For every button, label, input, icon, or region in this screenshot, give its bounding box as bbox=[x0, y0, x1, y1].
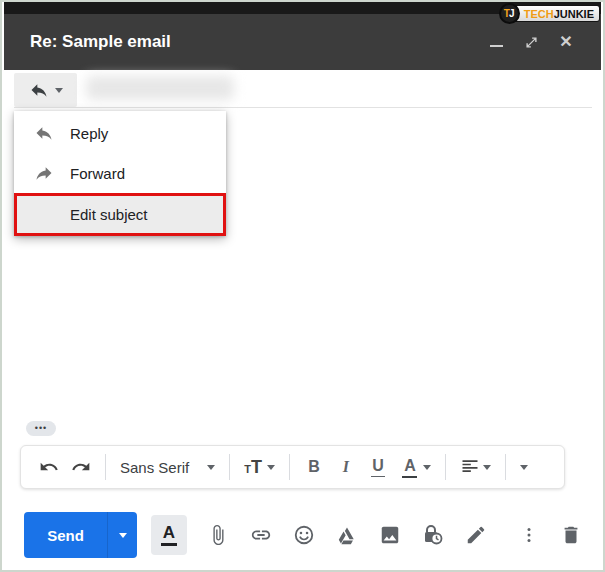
toolbar-divider bbox=[505, 454, 506, 480]
close-button[interactable]: ✕ bbox=[557, 33, 575, 51]
recipient-redacted bbox=[86, 76, 234, 100]
menu-item-forward[interactable]: Forward bbox=[14, 153, 226, 193]
insert-photo-button[interactable] bbox=[378, 523, 402, 547]
chevron-down-icon bbox=[423, 465, 431, 470]
logo-word-junkie: JUNKIE bbox=[554, 8, 594, 20]
reply-icon bbox=[29, 80, 49, 100]
logo-letter-j: J bbox=[509, 8, 515, 19]
underline-button[interactable]: U bbox=[362, 453, 394, 482]
more-formatting-button[interactable] bbox=[514, 461, 534, 474]
underline-icon: U bbox=[368, 457, 388, 478]
formatting-icon: A bbox=[163, 524, 175, 541]
insert-emoji-button[interactable] bbox=[292, 523, 316, 547]
redo-button[interactable] bbox=[65, 453, 97, 481]
send-button[interactable]: Send bbox=[24, 512, 107, 558]
send-options-button[interactable] bbox=[108, 512, 137, 558]
menu-item-label: Edit subject bbox=[70, 206, 148, 223]
menu-item-edit-subject[interactable]: Edit subject bbox=[14, 193, 226, 236]
text-color-button[interactable]: A bbox=[394, 453, 437, 482]
formatting-options-toggle[interactable]: A bbox=[151, 515, 187, 555]
font-family-label: Sans Serif bbox=[120, 459, 189, 476]
confidential-mode-button[interactable] bbox=[421, 523, 445, 547]
reply-options-menu: Reply Forward Edit subject bbox=[14, 111, 226, 236]
emoji-icon bbox=[293, 524, 315, 546]
align-button[interactable] bbox=[454, 453, 497, 481]
attach-file-button[interactable] bbox=[206, 523, 230, 547]
maximize-button[interactable] bbox=[522, 33, 540, 51]
window-controls: ✕ bbox=[487, 33, 575, 51]
font-size-picker[interactable]: TT bbox=[238, 453, 281, 482]
forward-icon bbox=[33, 162, 55, 184]
text-size-icon: TT bbox=[244, 457, 262, 478]
send-button-group: Send bbox=[24, 512, 137, 558]
bold-icon: B bbox=[304, 458, 324, 476]
lock-clock-icon bbox=[421, 523, 445, 547]
compose-actionbar: Send A bbox=[24, 510, 583, 560]
google-drive-icon bbox=[336, 524, 358, 546]
techjunkie-logo-icon: T J bbox=[499, 3, 520, 24]
menu-item-label: Reply bbox=[70, 125, 108, 142]
chevron-down-icon bbox=[55, 88, 63, 93]
chevron-down-icon bbox=[483, 465, 491, 470]
undo-icon bbox=[39, 457, 59, 477]
insert-link-button[interactable] bbox=[249, 523, 273, 547]
chevron-down-icon bbox=[520, 465, 528, 470]
toolbar-divider bbox=[229, 454, 230, 480]
bold-button[interactable]: B bbox=[298, 454, 330, 480]
more-vert-icon bbox=[519, 525, 539, 545]
text-color-icon: A bbox=[400, 457, 420, 478]
chevron-down-icon bbox=[207, 465, 215, 470]
expand-icon bbox=[524, 35, 539, 50]
toolbar-divider bbox=[105, 454, 106, 480]
insert-drive-file-button[interactable] bbox=[335, 523, 359, 547]
discard-draft-button[interactable] bbox=[559, 523, 583, 547]
insert-signature-button[interactable] bbox=[464, 523, 488, 547]
message-body[interactable] bbox=[14, 242, 589, 412]
formatting-icon-underline bbox=[161, 543, 177, 546]
font-family-picker[interactable]: Sans Serif bbox=[114, 455, 221, 480]
undo-button[interactable] bbox=[33, 453, 65, 481]
menu-item-icon-spacer bbox=[33, 204, 55, 226]
toolbar-divider bbox=[445, 454, 446, 480]
formatting-toolbar: Sans Serif TT B I U A bbox=[20, 445, 565, 489]
image-icon bbox=[379, 524, 401, 546]
trash-icon bbox=[560, 524, 582, 546]
more-options-button[interactable] bbox=[517, 523, 541, 547]
italic-icon: I bbox=[336, 458, 356, 476]
reply-type-button[interactable] bbox=[14, 73, 77, 107]
menu-item-reply[interactable]: Reply bbox=[14, 113, 226, 153]
window-title: Re: Sample email bbox=[30, 32, 171, 52]
redo-icon bbox=[71, 457, 91, 477]
chevron-down-icon bbox=[119, 533, 127, 538]
techjunkie-wordmark: TECH JUNKIE bbox=[513, 5, 600, 22]
menu-item-label: Forward bbox=[70, 165, 125, 182]
logo-word-tech: TECH bbox=[524, 8, 554, 20]
toolbar-divider bbox=[289, 454, 290, 480]
screenshot-frame: T J TECH JUNKIE Re: Sample email ✕ bbox=[0, 0, 605, 572]
paperclip-icon bbox=[207, 524, 229, 546]
pen-icon bbox=[465, 524, 487, 546]
minimize-button[interactable] bbox=[487, 33, 505, 51]
actionbar-right bbox=[517, 523, 583, 547]
align-left-icon bbox=[460, 457, 480, 477]
header-divider bbox=[14, 107, 592, 108]
reply-icon bbox=[33, 122, 55, 144]
show-trimmed-content-button[interactable]: ••• bbox=[26, 421, 56, 436]
minimize-icon bbox=[490, 45, 503, 47]
techjunkie-logo: T J TECH JUNKIE bbox=[499, 3, 600, 24]
link-icon bbox=[250, 524, 272, 546]
chevron-down-icon bbox=[267, 465, 275, 470]
italic-button[interactable]: I bbox=[330, 454, 362, 480]
